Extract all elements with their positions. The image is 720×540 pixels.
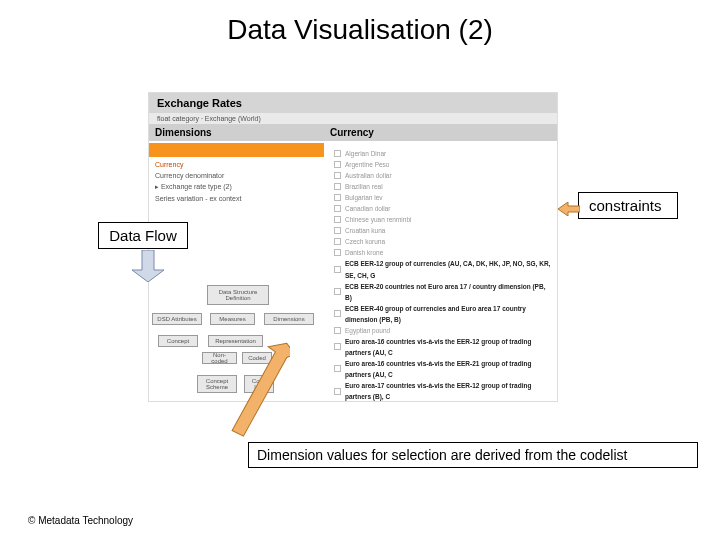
footer-text: © Metadata Technology	[28, 515, 133, 526]
list-item[interactable]: Czech koruna	[334, 236, 553, 247]
checkbox-icon[interactable]	[334, 161, 341, 168]
svg-marker-0	[558, 202, 580, 216]
checkbox-icon[interactable]	[334, 150, 341, 157]
list-item-dark[interactable]: Euro area-16 countries vis-à-vis the EER…	[334, 358, 553, 380]
checkbox-icon[interactable]	[334, 238, 341, 245]
dimension-list: Currency Currency denominator ▸ Exchange…	[149, 157, 324, 206]
slide-title: Data Visualisation (2)	[0, 14, 720, 46]
checkbox-icon[interactable]	[334, 227, 341, 234]
concept-box: Concept	[158, 335, 198, 347]
list-item-dark[interactable]: ECB EER-12 group of currencies (AU, CA, …	[334, 258, 553, 280]
list-item-dark[interactable]: Euro area-17 countries vis-à-vis the EER…	[334, 380, 553, 402]
arrow-diag-icon	[230, 340, 290, 440]
list-item-dark[interactable]: ECB EER-20 countries not Euro area 17 / …	[334, 281, 553, 303]
dim-box: Dimensions	[264, 313, 314, 325]
list-item[interactable]: Croatian kuna	[334, 225, 553, 236]
list-item[interactable]: Brazilian real	[334, 181, 553, 192]
dimensions-heading: Dimensions	[149, 124, 324, 141]
caption-box: Dimension values for selection are deriv…	[248, 442, 698, 468]
list-item[interactable]: Algerian Dinar	[334, 148, 553, 159]
list-item-dark[interactable]: Euro area-16 countries vis-à-vis the EER…	[334, 336, 553, 358]
constraints-callout: constraints	[578, 192, 678, 219]
checkbox-icon[interactable]	[334, 327, 341, 334]
checkbox-icon[interactable]	[334, 266, 341, 273]
list-item[interactable]: Bulgarian lev	[334, 192, 553, 203]
checkbox-icon[interactable]	[334, 216, 341, 223]
checkbox-icon[interactable]	[334, 288, 341, 295]
attr-box: DSD Attributes	[152, 313, 202, 325]
list-item[interactable]: Canadian dollar	[334, 203, 553, 214]
list-item[interactable]: Argentine Peso	[334, 159, 553, 170]
dataflow-callout: Data Flow	[98, 222, 188, 249]
checkbox-icon[interactable]	[334, 249, 341, 256]
dim-item[interactable]: ▸ Exchange rate type (2)	[155, 181, 318, 192]
checkbox-icon[interactable]	[334, 343, 341, 350]
checkbox-icon[interactable]	[334, 205, 341, 212]
list-item[interactable]: Australian dollar	[334, 170, 553, 181]
checkbox-icon[interactable]	[334, 365, 341, 372]
list-item[interactable]: Danish krone	[334, 247, 553, 258]
dim-item[interactable]: Currency denominator	[155, 170, 318, 181]
currency-list: Algerian Dinar Argentine Peso Australian…	[334, 148, 553, 402]
list-item[interactable]: Egyptian pound	[334, 325, 553, 336]
checkbox-icon[interactable]	[334, 183, 341, 190]
dsd-box: Data Structure Definition	[207, 285, 269, 305]
checkbox-icon[interactable]	[334, 388, 341, 395]
dim-item[interactable]: Series variation - ex context	[155, 193, 318, 204]
panel-subheader: float category · Exchange (World)	[149, 113, 557, 124]
checkbox-icon[interactable]	[334, 194, 341, 201]
arrow-down-icon	[132, 250, 164, 282]
svg-marker-2	[232, 340, 290, 440]
arrow-left-icon	[558, 202, 580, 216]
list-item-dark[interactable]: ECB EER-40 group of currencies and Euro …	[334, 303, 553, 325]
checkbox-icon[interactable]	[334, 172, 341, 179]
checkbox-icon[interactable]	[334, 310, 341, 317]
svg-marker-1	[132, 250, 164, 282]
dim-item-active[interactable]: Currency	[155, 159, 318, 170]
panel-header: Exchange Rates	[149, 93, 557, 113]
currency-heading: Currency	[324, 124, 557, 141]
meas-box: Measures	[210, 313, 255, 325]
active-bar	[149, 143, 324, 157]
list-item[interactable]: Chinese yuan renminbi	[334, 214, 553, 225]
